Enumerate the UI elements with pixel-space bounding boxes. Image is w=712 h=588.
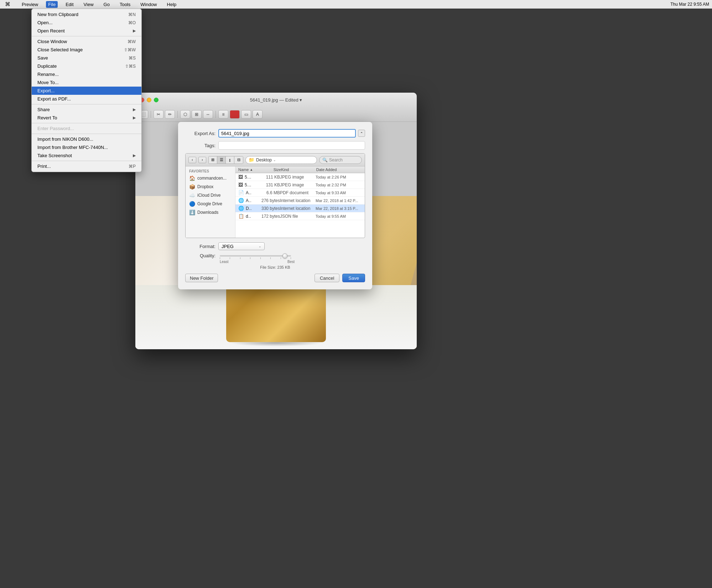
table-row[interactable]: 🌐 Automatic...als.webloc 276 bytes Inter… [235,197,365,205]
location-bar[interactable]: 📁 Desktop ⌄ [245,156,317,164]
menu-close-window[interactable]: Close Window ⌘W [32,37,141,46]
crop-tool[interactable]: ✂ [154,110,163,119]
search-placeholder: Search [329,158,343,163]
back-button[interactable]: ‹ [188,157,196,163]
gallery-view-btn[interactable]: ⊟ [234,156,243,164]
menu-share[interactable]: Share ▶ [32,105,141,114]
export-as-input[interactable] [218,129,356,138]
col-kind-header[interactable]: Kind [281,167,316,172]
shapes-tool[interactable]: ⬡ [180,110,190,119]
format-row: Format: JPEG ⌄ [185,242,365,250]
menu-save[interactable]: Save ⌘S [32,54,141,62]
menu-window[interactable]: Window [138,1,159,8]
menu-rename[interactable]: Rename... [32,70,141,78]
menu-import-nikon[interactable]: Import from NIKON D600... [32,135,141,143]
cancel-button[interactable]: Cancel [315,274,339,282]
sidebar-item-dropbox[interactable]: 📦 Dropbox [186,182,235,191]
file-list-area: Name ▲ Size Kind Date Added 🖼 5641_019-2… [235,166,365,238]
table-row[interactable]: 🌐 DIY Produ...Ph.webloc 330 bytes Intern… [235,205,365,212]
separator-3 [32,123,141,123]
column-view-btn[interactable]: ⫿ [226,156,234,164]
quality-slider-thumb[interactable] [282,253,287,258]
file-size: 111 KB [251,175,280,180]
menu-move-to[interactable]: Move To... [32,78,141,87]
file-size: 131 KB [251,182,280,187]
menu-edit[interactable]: Edit [63,1,76,8]
menu-tools[interactable]: Tools [118,1,132,8]
sidebar-item-icloud[interactable]: ☁️ iCloud Drive [186,191,235,200]
search-box[interactable]: 🔍 Search [319,156,362,164]
menu-preview[interactable]: Preview [20,1,40,8]
table-row[interactable]: 🖼 5641_019-2.jpg 111 KB JPEG image Today… [235,173,365,181]
menu-take-screenshot[interactable]: Take Screenshot ▶ [32,151,141,160]
adjust-tool[interactable]: ⊞ [192,110,202,119]
sidebar-item-downloads[interactable]: ⬇️ Downloads [186,208,235,217]
menu-open-recent[interactable]: Open Recent ▶ [32,27,141,35]
color-swatch[interactable] [230,110,240,119]
table-row[interactable]: 📋 download.json 172 bytes JSON file Toda… [235,212,365,220]
menubar: ⌘ Preview File Edit View Go Tools Window… [0,0,712,9]
menu-open[interactable]: Open... ⌘O [32,19,141,27]
new-folder-button[interactable]: New Folder [185,274,218,282]
toolbar: ⬜ ✂ ✏ ⬡ ⊞ ↔ ≡ ▭ A [135,107,417,122]
col-name-header[interactable]: Name ▲ [238,167,253,172]
apple-menu[interactable]: ⌘ [3,0,12,8]
sep [151,111,151,118]
file-date: Today at 9:33 AM [316,191,362,195]
sidebar-item-gdrive[interactable]: 🔵 Google Drive [186,200,235,208]
favorites-label: Favorites [186,169,235,174]
col-date-header[interactable]: Date Added [316,167,362,172]
save-button[interactable]: Save [342,274,365,282]
align-tool[interactable]: ≡ [218,110,228,119]
forward-button[interactable]: › [198,157,206,163]
file-list-header: Name ▲ Size Kind Date Added [235,166,365,173]
format-select[interactable]: JPEG ⌄ [218,242,265,250]
dialog-buttons: New Folder Cancel Save [185,274,365,282]
menu-export-pdf[interactable]: Export as PDF... [32,95,141,103]
filesize-label: File Size: [260,265,276,269]
separator-5 [32,161,141,161]
maximize-button[interactable] [154,98,158,102]
export-as-label: Export As: [185,131,215,136]
file-kind: PDF document [280,190,316,195]
separator-2 [32,104,141,104]
menu-close-selected[interactable]: Close Selected Image ⇧⌘W [32,46,141,54]
quality-slider-container [218,255,365,257]
minimize-button[interactable] [147,98,151,102]
sidebar-label-icloud: iCloud Drive [197,193,220,198]
file-icon: 🖼 [238,174,243,180]
tags-input[interactable] [218,141,365,150]
menu-go[interactable]: Go [102,1,112,8]
expand-button[interactable]: ⌃ [358,130,365,137]
menu-new-from-clipboard[interactable]: New from Clipboard ⌘N [32,10,141,19]
chevron-down-icon: ⌄ [259,244,261,248]
tags-row: Tags: [185,141,365,150]
menu-duplicate[interactable]: Duplicate ⇧⌘S [32,62,141,70]
quality-max-label: Best [287,260,295,264]
file-icon: 📄 [238,190,244,195]
menu-file[interactable]: File [46,1,58,8]
sidebar-item-commandcen[interactable]: 🏠 commandcen... [186,174,235,182]
downloads-icon: ⬇️ [189,210,195,215]
file-kind: Internet location [280,198,316,203]
border-tool[interactable]: ▭ [241,110,251,119]
list-view-btn[interactable]: ☰ [217,156,226,164]
quality-label: Quality: [185,253,215,258]
menubar-right: Thu Mar 22 9:55 AM [670,2,709,7]
text-tool[interactable]: A [253,110,263,119]
menu-import-brother[interactable]: Import from Brother MFC-7440N... [32,143,141,151]
table-row[interactable]: 🖼 5641_019.jpg 131 KB JPEG image Today a… [235,181,365,189]
table-row[interactable]: 📄 Amazon.pdf 6.6 MB PDF document Today a… [235,189,365,197]
menu-help[interactable]: Help [165,1,179,8]
menu-print[interactable]: Print... ⌘P [32,162,141,170]
col-size-header[interactable]: Size [253,167,281,172]
menu-export[interactable]: Export... [32,87,141,95]
annotate-tool[interactable]: ✏ [165,110,175,119]
menu-revert-to[interactable]: Revert To ▶ [32,114,141,122]
format-value: JPEG [222,244,234,249]
menu-view[interactable]: View [82,1,96,8]
quality-labels: Least Best [220,260,295,264]
file-kind: JSON file [280,214,316,219]
zoom-tool[interactable]: ↔ [203,110,213,119]
icon-view-btn[interactable]: ⊞ [209,156,217,164]
